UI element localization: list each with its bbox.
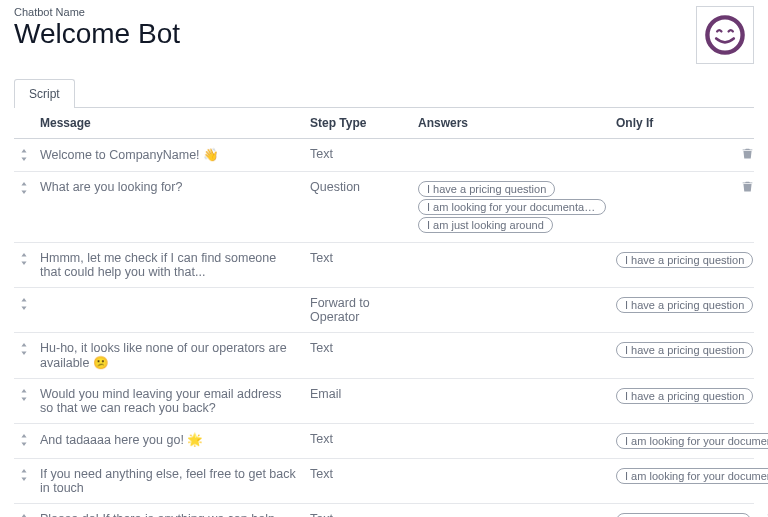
answer-pill[interactable]: I am just looking around xyxy=(418,217,553,233)
table-row[interactable]: Please do! If there is anything we can h… xyxy=(14,504,754,517)
message-cell[interactable]: Hmmm, let me check if I can find someone… xyxy=(34,243,304,287)
step-type-cell[interactable]: Question xyxy=(304,172,412,202)
column-header-step-type: Step Type xyxy=(304,108,412,138)
page-title: Welcome Bot xyxy=(14,18,180,50)
answers-cell[interactable] xyxy=(412,379,610,395)
table-row[interactable]: Hu-ho, it looks like none of our operato… xyxy=(14,333,754,379)
trash-icon[interactable] xyxy=(741,182,754,196)
condition-pill[interactable]: I am just looking around xyxy=(616,513,751,517)
tab-script[interactable]: Script xyxy=(14,79,75,108)
drag-handle-icon[interactable] xyxy=(14,139,34,161)
message-cell[interactable] xyxy=(34,288,304,304)
table-row[interactable]: Welcome to CompanyName! 👋Text xyxy=(14,139,754,172)
table-row[interactable]: Forward to OperatorI have a pricing ques… xyxy=(14,288,754,333)
table-row[interactable]: Hmmm, let me check if I can find someone… xyxy=(14,243,754,288)
message-cell[interactable]: Hu-ho, it looks like none of our operato… xyxy=(34,333,304,378)
answer-pill[interactable]: I have a pricing question xyxy=(418,181,555,197)
answers-cell[interactable]: I have a pricing questionI am looking fo… xyxy=(412,172,614,242)
answers-cell[interactable] xyxy=(412,459,610,475)
condition-pill[interactable]: I have a pricing question xyxy=(616,388,753,404)
step-type-cell[interactable]: Forward to Operator xyxy=(304,288,412,332)
trash-icon[interactable] xyxy=(741,149,754,163)
only-if-cell[interactable]: I have a pricing question xyxy=(610,333,761,367)
column-header-message: Message xyxy=(34,108,304,138)
condition-pill[interactable]: I am looking for your documentati... xyxy=(616,433,768,449)
step-type-cell[interactable]: Text xyxy=(304,139,412,169)
svg-point-0 xyxy=(707,17,742,52)
step-type-cell[interactable]: Email xyxy=(304,379,412,409)
drag-handle-icon[interactable] xyxy=(14,424,34,446)
answers-cell[interactable] xyxy=(412,243,610,259)
table-row[interactable]: If you need anything else, feel free to … xyxy=(14,459,754,504)
condition-pill[interactable]: I am looking for your documentati... xyxy=(616,468,768,484)
step-type-cell[interactable]: Text xyxy=(304,243,412,273)
condition-pill[interactable]: I have a pricing question xyxy=(616,252,753,268)
chatbot-name-label: Chatbot Name xyxy=(14,6,180,18)
column-header-answers: Answers xyxy=(412,108,610,138)
drag-handle-icon[interactable] xyxy=(14,379,34,401)
avatar[interactable] xyxy=(696,6,754,64)
answers-cell[interactable] xyxy=(412,333,610,349)
answers-cell[interactable] xyxy=(412,288,610,304)
table-row[interactable]: Would you mind leaving your email addres… xyxy=(14,379,754,424)
table-row[interactable]: And tadaaaa here you go! 🌟TextI am looki… xyxy=(14,424,754,459)
condition-pill[interactable]: I have a pricing question xyxy=(616,342,753,358)
drag-handle-icon[interactable] xyxy=(14,333,34,355)
script-table: Message Step Type Answers Only If Welcom… xyxy=(14,108,754,517)
only-if-cell[interactable]: I am just looking around xyxy=(610,504,759,517)
message-cell[interactable]: If you need anything else, feel free to … xyxy=(34,459,304,503)
drag-handle-icon[interactable] xyxy=(14,504,34,517)
step-type-cell[interactable]: Text xyxy=(304,424,412,454)
step-type-cell[interactable]: Text xyxy=(304,504,412,517)
step-type-cell[interactable]: Text xyxy=(304,333,412,363)
message-cell[interactable]: What are you looking for? xyxy=(34,172,304,202)
answers-cell[interactable] xyxy=(412,139,610,155)
answer-pill[interactable]: I am looking for your documentati... xyxy=(418,199,606,215)
message-cell[interactable]: Would you mind leaving your email addres… xyxy=(34,379,304,423)
column-header-only-if: Only If xyxy=(610,108,734,138)
drag-handle-icon[interactable] xyxy=(14,172,34,194)
step-type-cell[interactable]: Text xyxy=(304,459,412,489)
only-if-cell[interactable]: I am looking for your documentati... xyxy=(610,424,768,458)
answers-cell[interactable] xyxy=(412,424,610,440)
only-if-cell[interactable] xyxy=(610,139,734,155)
smiley-icon xyxy=(703,13,747,57)
answers-cell[interactable] xyxy=(412,504,610,517)
condition-pill[interactable]: I have a pricing question xyxy=(616,297,753,313)
only-if-cell[interactable]: I have a pricing question xyxy=(610,243,761,277)
only-if-cell[interactable]: I have a pricing question xyxy=(610,288,761,322)
only-if-cell[interactable] xyxy=(614,172,734,188)
message-cell[interactable]: And tadaaaa here you go! 🌟 xyxy=(34,424,304,455)
message-cell[interactable]: Welcome to CompanyName! 👋 xyxy=(34,139,304,170)
drag-handle-icon[interactable] xyxy=(14,243,34,265)
drag-handle-icon[interactable] xyxy=(14,288,34,310)
drag-handle-icon[interactable] xyxy=(14,459,34,481)
only-if-cell[interactable]: I am looking for your documentati... xyxy=(610,459,768,493)
message-cell[interactable]: Please do! If there is anything we can h… xyxy=(34,504,304,517)
table-row[interactable]: What are you looking for?QuestionI have … xyxy=(14,172,754,243)
only-if-cell[interactable]: I have a pricing question xyxy=(610,379,761,413)
